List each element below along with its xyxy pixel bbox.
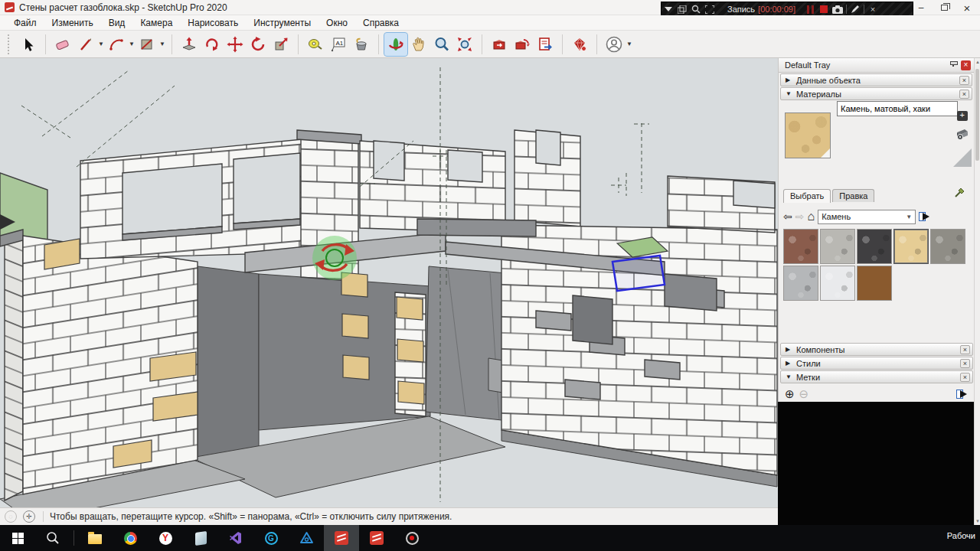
current-material-preview[interactable] <box>785 112 831 158</box>
material-swatch-stone-mottled-gray[interactable] <box>930 229 965 264</box>
rotate-tool[interactable] <box>247 33 270 56</box>
taskbar-media-app[interactable] <box>183 525 218 551</box>
scale-tool[interactable] <box>270 33 292 56</box>
menu-draw[interactable]: Нарисовать <box>180 16 246 30</box>
add-tag-button[interactable]: ⊕ <box>785 387 795 401</box>
scroll-down-icon[interactable]: ▼ <box>975 519 980 523</box>
stop-icon[interactable] <box>817 3 831 15</box>
tags-details-button[interactable] <box>956 388 969 400</box>
select-tool[interactable] <box>17 33 40 56</box>
back-arrow-icon[interactable]: ⇦ <box>783 210 792 223</box>
eraser-tool[interactable] <box>51 33 74 56</box>
menu-camera[interactable]: Камера <box>132 16 180 30</box>
taskbar-yandex[interactable]: Y <box>148 525 183 551</box>
material-swatch-solid-brown[interactable] <box>857 266 892 301</box>
geolocation-icon[interactable]: ◌ <box>5 510 17 523</box>
taskbar-knot-app[interactable] <box>289 525 324 551</box>
taskbar-screen-recorder[interactable] <box>394 525 430 551</box>
sample-paint-button[interactable] <box>956 128 969 142</box>
rectangle-tool-dropdown[interactable]: ▼ <box>158 33 166 56</box>
eyedropper-icon[interactable] <box>954 186 966 200</box>
material-swatch-stone-charcoal[interactable] <box>857 229 892 264</box>
orbit-tool[interactable] <box>384 33 407 56</box>
section-close-icon[interactable]: × <box>959 90 969 99</box>
details-menu-button[interactable] <box>919 210 931 223</box>
home-icon[interactable]: ⌂ <box>807 210 815 223</box>
selected-block-outline[interactable] <box>612 256 665 291</box>
taskbar-chrome[interactable] <box>113 525 148 551</box>
zoom-tool[interactable] <box>430 33 453 56</box>
tab-select[interactable]: Выбрать <box>783 189 831 203</box>
menu-tools[interactable]: Инструменты <box>246 16 318 30</box>
send-to-layout-tool[interactable] <box>534 33 557 56</box>
taskbar-search-button[interactable] <box>35 525 70 551</box>
menu-window[interactable]: Окно <box>318 16 355 30</box>
arc-tool[interactable] <box>105 33 128 56</box>
recorder-frame-icon[interactable] <box>703 3 717 15</box>
menu-help[interactable]: Справка <box>355 16 407 30</box>
secondary-pane-toggle[interactable] <box>953 148 972 167</box>
camera-icon[interactable] <box>831 3 844 15</box>
credits-icon[interactable]: ✛ <box>23 510 35 523</box>
section-entity-info[interactable]: ▶ Данные объекта × <box>780 73 972 86</box>
rectangle-tool[interactable] <box>136 33 158 56</box>
paint-bucket-tool[interactable] <box>350 33 373 56</box>
line-tool-dropdown[interactable]: ▼ <box>97 33 105 56</box>
follow-me-tool[interactable] <box>201 33 224 56</box>
close-button[interactable]: × <box>956 0 978 15</box>
account-button[interactable] <box>603 33 626 56</box>
recorder-magnifier-icon[interactable] <box>689 3 703 15</box>
material-swatch-marble-gray[interactable] <box>783 266 818 301</box>
menu-view[interactable]: Вид <box>101 16 133 30</box>
material-swatch-stone-brown[interactable] <box>783 229 818 264</box>
scrollbar-thumb[interactable] <box>975 69 979 161</box>
material-swatch-stone-light-gray[interactable] <box>820 229 855 264</box>
extension-warehouse-tool[interactable] <box>568 33 591 56</box>
recorder-close-icon[interactable]: × <box>866 3 880 15</box>
share-component-tool[interactable] <box>511 33 534 56</box>
menu-edit[interactable]: Изменить <box>44 16 101 30</box>
arc-tool-dropdown[interactable]: ▼ <box>128 33 136 56</box>
tab-edit[interactable]: Правка <box>832 189 874 202</box>
minimize-button[interactable]: – <box>910 0 933 15</box>
viewport-3d-scene[interactable] <box>0 58 778 507</box>
line-tool[interactable] <box>74 33 97 56</box>
tray-scrollbar[interactable]: ▲ ▼ <box>974 58 980 525</box>
taskbar-vscode[interactable] <box>218 525 253 551</box>
tape-measure-tool[interactable] <box>304 33 327 56</box>
section-tags[interactable]: ▼ Метки × <box>780 370 973 383</box>
collection-dropdown[interactable]: Камень▼ <box>818 210 916 224</box>
menu-file[interactable]: Файл <box>6 16 44 30</box>
create-material-button[interactable] <box>957 111 968 121</box>
taskbar-sketchup-second[interactable] <box>359 525 394 551</box>
share-model-tool[interactable] <box>488 33 511 56</box>
taskbar-explorer[interactable] <box>77 525 113 551</box>
taskbar-g-app[interactable]: G <box>253 525 289 551</box>
section-close-icon[interactable]: × <box>959 76 969 85</box>
account-dropdown[interactable]: ▼ <box>626 33 633 56</box>
material-swatch-stone-khaki[interactable] <box>893 229 929 264</box>
pan-tool[interactable] <box>407 33 430 56</box>
section-styles[interactable]: ▶ Стили × <box>780 357 973 370</box>
remove-tag-button[interactable]: ⊖ <box>799 387 809 401</box>
pencil-icon[interactable] <box>848 3 862 15</box>
material-name-field[interactable] <box>837 101 958 116</box>
zoom-extents-tool[interactable] <box>453 33 476 56</box>
recorder-menu-icon[interactable] <box>662 3 675 15</box>
start-button[interactable] <box>0 525 35 551</box>
desktop-toolbar-label[interactable]: Рабочи <box>947 531 975 540</box>
pin-icon[interactable] <box>949 60 958 70</box>
section-components[interactable]: ▶ Компоненты × <box>780 343 973 356</box>
section-materials[interactable]: ▼ Материалы × <box>780 87 972 100</box>
scroll-up-icon[interactable]: ▲ <box>975 60 980 64</box>
taskbar-sketchup-active[interactable] <box>324 525 359 551</box>
push-pull-tool[interactable] <box>178 33 201 56</box>
section-close-icon[interactable]: × <box>960 373 970 382</box>
restore-button[interactable] <box>933 0 956 15</box>
move-tool[interactable] <box>224 33 247 56</box>
text-tool[interactable]: A1 <box>327 33 350 56</box>
material-swatch-marble-white[interactable] <box>820 266 855 301</box>
forward-arrow-icon[interactable]: ⇨ <box>795 210 805 223</box>
section-close-icon[interactable]: × <box>960 359 970 368</box>
recorder-windows-icon[interactable] <box>675 3 689 15</box>
